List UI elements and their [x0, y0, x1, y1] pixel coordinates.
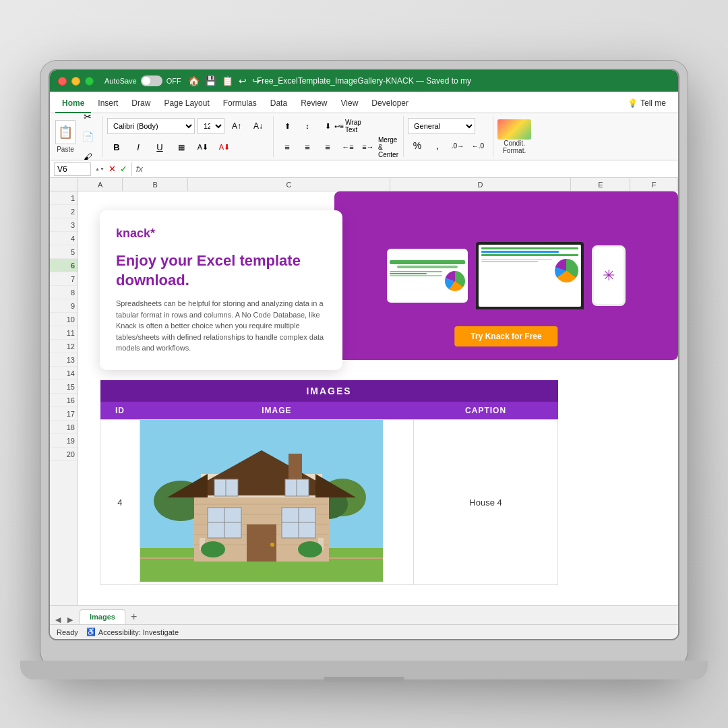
sheet-nav-left[interactable]: ◀ — [55, 615, 61, 624]
row-17[interactable]: 17 — [50, 407, 78, 421]
status-bar: Ready ♿ Accessibility: Investigate — [50, 624, 678, 639]
align-left-button[interactable]: ≡ — [278, 138, 297, 156]
undo-icon[interactable]: ↩ — [239, 75, 247, 86]
font-size-selector[interactable]: 12 — [198, 118, 224, 134]
sheet-tab-images[interactable]: Images — [80, 609, 125, 624]
italic-button[interactable]: I — [129, 138, 148, 156]
confirm-formula-icon[interactable]: ✓ — [120, 164, 127, 174]
mock-laptop-screen — [479, 245, 581, 307]
wrap-text-button[interactable]: ↩≡ Wrap Text — [338, 117, 357, 135]
cell-ref-arrows: ▲▼ — [95, 166, 104, 171]
paste-button[interactable]: 📋 Paste — [55, 120, 75, 153]
autosave-toggle[interactable] — [141, 75, 162, 86]
lightbulb-icon: 💡 — [628, 98, 638, 108]
cell-ref-value: V6 — [57, 164, 67, 174]
cancel-formula-icon[interactable]: ✕ — [109, 164, 116, 174]
tab-review[interactable]: Review — [294, 94, 334, 113]
alignment-group: ⬆ ↕ ⬇ ↩≡ Wrap Text ≡ ≡ ≡ — [278, 116, 404, 157]
tab-tell-me[interactable]: 💡 Tell me — [621, 94, 673, 113]
pie-chart-icon — [445, 271, 465, 291]
tab-formulas[interactable]: Formulas — [216, 94, 264, 113]
underline-button[interactable]: U — [150, 138, 169, 156]
save2-icon[interactable]: 📋 — [222, 75, 233, 86]
table-cell-caption[interactable]: House 4 — [414, 420, 558, 585]
row-13[interactable]: 13 — [50, 353, 78, 367]
tab-view[interactable]: View — [334, 94, 365, 113]
cell-reference[interactable]: V6 — [54, 162, 91, 176]
row-16[interactable]: 16 — [50, 394, 78, 407]
row-10[interactable]: 10 — [50, 313, 78, 326]
home-icon[interactable]: 🏠 — [188, 75, 200, 86]
table-cell-id[interactable]: 4 — [100, 420, 140, 585]
row-18[interactable]: 18 — [50, 421, 78, 434]
tab-developer[interactable]: Developer — [365, 94, 415, 113]
align-right-button[interactable]: ≡ — [318, 138, 337, 156]
tab-home[interactable]: Home — [55, 94, 91, 113]
images-table-title: IMAGES — [100, 380, 558, 402]
minimize-button[interactable] — [71, 77, 80, 86]
images-header-caption: CAPTION — [414, 402, 558, 420]
house-image — [140, 420, 383, 582]
percent-button[interactable]: % — [408, 136, 427, 155]
cut-button[interactable]: ✂ — [78, 113, 97, 126]
row-9[interactable]: 9 — [50, 299, 78, 313]
conditional-format-button[interactable]: Condit.Format. — [497, 119, 531, 154]
col-header-f: F — [630, 178, 678, 191]
formula-bar: V6 ▲▼ ✕ ✓ fx — [50, 160, 678, 178]
try-knack-button[interactable]: Try Knack for Free — [454, 326, 557, 346]
align-middle-button[interactable]: ↕ — [298, 117, 317, 135]
maximize-button[interactable] — [85, 77, 94, 86]
number-format-selector[interactable]: General — [408, 118, 475, 134]
mock-tablet — [387, 249, 468, 303]
spreadsheet-area: A B C D E F 1 2 3 4 5 6 7 8 9 — [50, 178, 678, 605]
indent-left-button[interactable]: ←≡ — [338, 138, 357, 156]
column-headers: A B C D E F — [50, 178, 678, 191]
row-3[interactable]: 3 — [50, 218, 78, 232]
row-15[interactable]: 15 — [50, 380, 78, 394]
save-icon[interactable]: 💾 — [205, 75, 216, 86]
row-14[interactable]: 14 — [50, 367, 78, 380]
knack-logo-text: knack* — [116, 226, 155, 240]
comma-button[interactable]: , — [428, 136, 447, 155]
decrease-decimal-button[interactable]: .0→ — [448, 136, 467, 155]
row-20[interactable]: 20 — [50, 448, 78, 461]
decrease-font-button[interactable]: A↓ — [249, 117, 268, 135]
row-5[interactable]: 5 — [50, 245, 78, 259]
formula-input[interactable] — [147, 162, 674, 176]
indent-right-button[interactable]: ≡→ — [359, 138, 377, 156]
tab-page-layout[interactable]: Page Layout — [157, 94, 216, 113]
border-button[interactable]: ▦ — [172, 138, 191, 156]
row-12[interactable]: 12 — [50, 340, 78, 353]
row-11[interactable]: 11 — [50, 326, 78, 340]
font-color-button[interactable]: A⬇ — [215, 138, 234, 156]
tab-insert[interactable]: Insert — [91, 94, 125, 113]
align-center-button[interactable]: ≡ — [298, 138, 317, 156]
row-2[interactable]: 2 — [50, 205, 78, 218]
row-4[interactable]: 4 — [50, 232, 78, 245]
font-selector[interactable]: Calibri (Body) — [107, 118, 195, 134]
increase-font-button[interactable]: A↑ — [227, 117, 246, 135]
row-19[interactable]: 19 — [50, 434, 78, 448]
tab-data[interactable]: Data — [264, 94, 294, 113]
align-top-button[interactable]: ⬆ — [278, 117, 297, 135]
grid-cells: knack* Enjoy your Excel template downloa… — [78, 191, 678, 605]
close-button[interactable] — [58, 77, 67, 86]
status-ready: Ready — [57, 628, 78, 636]
merge-center-button[interactable]: Merge & Center — [379, 138, 398, 156]
status-accessibility: ♿ Accessibility: Investigate — [86, 628, 179, 636]
row-8[interactable]: 8 — [50, 286, 78, 299]
tab-draw[interactable]: Draw — [125, 94, 157, 113]
sheet-nav-right[interactable]: ▶ — [67, 615, 73, 624]
row-6[interactable]: 6 — [50, 259, 78, 272]
laptop-notch — [324, 677, 404, 682]
mock-laptop — [476, 242, 584, 309]
copy-button[interactable]: 📄 — [78, 127, 97, 146]
row-1[interactable]: 1 — [50, 191, 78, 205]
increase-decimal-button[interactable]: ←.0 — [468, 136, 487, 155]
format-painter-button[interactable]: 🖌 — [78, 148, 97, 161]
add-sheet-button[interactable]: + — [127, 609, 141, 624]
fill-color-button[interactable]: A⬇ — [193, 138, 212, 156]
formula-bar-actions: ✕ ✓ — [109, 164, 127, 174]
bold-button[interactable]: B — [107, 138, 126, 156]
row-7[interactable]: 7 — [50, 272, 78, 286]
